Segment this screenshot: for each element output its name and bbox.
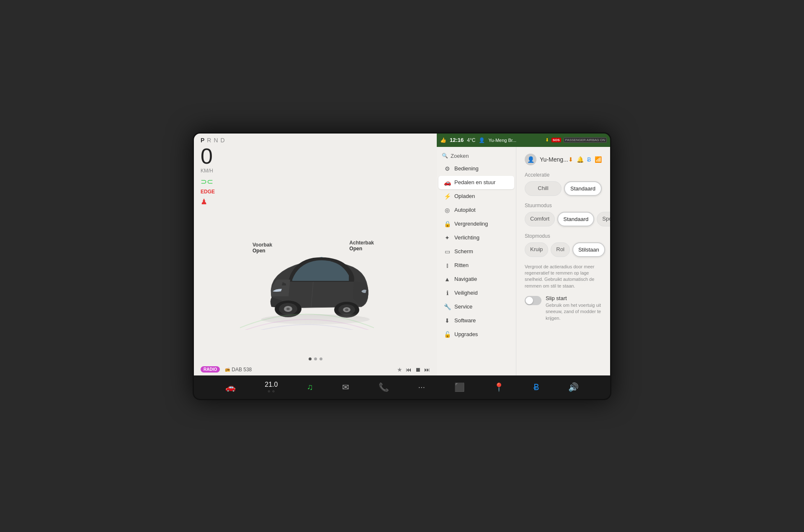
taskbar-spotify[interactable]: ♫: [307, 382, 313, 392]
temp-display: 21.0: [265, 381, 278, 388]
prev-button[interactable]: ⏮: [406, 366, 412, 373]
left-panel: P R N D 0 KM/H ⊃⊂ EDGE ♟ Voorbak Open: [194, 134, 437, 375]
car-area: Voorbak Open Achterbak Open 🔓 ⚡: [194, 210, 437, 354]
phone-icon: 📞: [379, 382, 389, 392]
ritten-label: Ritten: [454, 262, 469, 268]
veiligheid-icon: ℹ: [443, 290, 451, 296]
stuurmodus-standaard[interactable]: Standaard: [557, 212, 594, 226]
sidebar-item-upgrades[interactable]: 🔓 Upgrades: [438, 328, 514, 341]
taskbar-messages[interactable]: ✉: [342, 382, 349, 392]
sidebar-item-pedalen[interactable]: 🚗 Pedalen en stuur: [438, 176, 514, 189]
acceleratie-standaard[interactable]: Standaard: [564, 181, 602, 196]
stopmodus-description: Vergroot de actieradius door meer regene…: [525, 264, 602, 290]
taskbar-car[interactable]: 🚗: [225, 382, 236, 392]
prnd-bar: P R N D: [194, 134, 437, 145]
car-icon: 🚗: [225, 382, 236, 392]
taskbar: 🚗 21.0 ○ ○ ♫ ✉ 📞 ··· ⬛ 📍 Ƀ 🔊: [194, 375, 610, 399]
top-bar-right: ⬇ SOS PASSENGER AIRBAG ON: [545, 137, 607, 143]
acceleratie-chill[interactable]: Chill: [525, 181, 562, 196]
sidebar-item-software[interactable]: ⬇ Software: [438, 314, 514, 327]
search-icon: 🔍: [442, 153, 448, 159]
clock-display: 12:16: [450, 137, 464, 143]
sidebar-item-veiligheid[interactable]: ℹ Veiligheid: [438, 286, 514, 300]
seat-icon: ♟: [201, 197, 430, 206]
stuurmodus-options: Comfort Standaard Sport: [525, 212, 602, 226]
speed-unit: KM/H: [201, 168, 430, 174]
slip-start-toggle[interactable]: [525, 296, 541, 305]
download-alert-icon: ⬇: [568, 156, 573, 163]
slip-start-title: Slip start: [546, 295, 602, 301]
taskbar-more[interactable]: ···: [418, 382, 425, 392]
radio-station: 📻 DAB 538: [225, 367, 252, 373]
taskbar-games[interactable]: 📍: [494, 382, 504, 392]
speed-display: 0: [201, 145, 430, 167]
search-row[interactable]: 🔍 Zoeken: [437, 150, 516, 162]
signal-icon: 📶: [595, 156, 602, 163]
upgrades-label: Upgrades: [454, 331, 478, 337]
page-dots: [194, 354, 437, 364]
pedalen-icon: 🚗: [443, 179, 451, 186]
taskbar-bluetooth[interactable]: Ƀ: [533, 382, 539, 392]
more-icon: ···: [418, 382, 425, 392]
opladen-icon: ⚡: [443, 193, 451, 200]
sidebar-item-verlichting[interactable]: ✦ Verlichting: [438, 231, 514, 244]
sidebar-item-vergrendeling[interactable]: 🔒 Vergrendeling: [438, 217, 514, 231]
media-controls: ★ ⏮ ⏹ ⏭: [397, 366, 430, 373]
stopmodus-rol[interactable]: Rol: [551, 242, 570, 257]
spotify-icon: ♫: [307, 382, 313, 392]
top-bar-left: 👍 12:16 4°C 👤 Yu-Meng Br...: [440, 137, 516, 143]
favorite-button[interactable]: ★: [397, 366, 402, 373]
scherm-label: Scherm: [454, 248, 473, 254]
location-display: Yu-Meng Br...: [488, 138, 516, 143]
verlichting-icon: ✦: [443, 234, 451, 241]
bediening-label: Bediening: [454, 165, 479, 172]
bell-icon: 🔔: [577, 156, 584, 163]
navigatie-icon: ▲: [443, 276, 451, 283]
verlichting-label: Verlichting: [454, 234, 479, 241]
top-bar: 👍 12:16 4°C 👤 Yu-Meng Br... ⬇ SOS PASSEN…: [437, 134, 610, 147]
gear-P: P: [201, 137, 205, 144]
search-label: Zoeken: [451, 153, 469, 159]
software-icon: ⬇: [443, 317, 451, 324]
bediening-icon: ⚙: [443, 165, 451, 172]
stopmodus-options: Kruip Rol Stilstaan: [525, 242, 602, 257]
taskbar-bluetooth-icon: Ƀ: [533, 382, 539, 392]
sidebar-item-ritten[interactable]: ⫿ Ritten: [438, 259, 514, 272]
pedalen-label: Pedalen en stuur: [454, 179, 495, 185]
speed-area: 0 KM/H: [194, 145, 437, 174]
sidebar-item-scherm[interactable]: ▭ Scherm: [438, 245, 514, 258]
sidebar-item-service[interactable]: 🔧 Service: [438, 300, 514, 314]
volume-icon: 🔊: [568, 382, 579, 392]
taskbar-phone[interactable]: 📞: [379, 382, 389, 392]
software-label: Software: [454, 317, 476, 324]
stopmodus-kruip[interactable]: Kruip: [525, 242, 548, 257]
sidebar-item-opladen[interactable]: ⚡ Opladen: [438, 190, 514, 203]
settings-panel: 👤 Yu-Meng... ⬇ 🔔 Ƀ 📶 Acceleratie Chill S…: [516, 147, 610, 375]
radio-badge[interactable]: RADIO: [201, 366, 220, 373]
page-dot-3: [320, 357, 322, 360]
bottom-media-bar: RADIO 📻 DAB 538 ★ ⏮ ⏹ ⏭: [194, 364, 437, 375]
taskbar-volume[interactable]: 🔊: [568, 382, 579, 392]
upgrades-icon: 🔓: [443, 331, 451, 338]
stopmodus-stilstaan[interactable]: Stilstaan: [572, 242, 605, 257]
taskbar-temperature[interactable]: 21.0 ○ ○: [265, 381, 278, 393]
slip-start-row: Slip start Gebruik om het voertuig uit s…: [525, 295, 602, 321]
media-icon: ⬛: [454, 382, 465, 392]
opladen-label: Opladen: [454, 193, 475, 199]
autopilot-label: Autopilot: [454, 207, 476, 213]
next-button[interactable]: ⏭: [424, 366, 430, 373]
vergrendeling-label: Vergrendeling: [454, 221, 488, 227]
profile-icons: ⬇ 🔔 Ƀ 📶: [568, 156, 602, 163]
taskbar-media[interactable]: ⬛: [454, 382, 465, 392]
temp-sub: ○ ○: [268, 389, 275, 393]
slip-start-label-area: Slip start Gebruik om het voertuig uit s…: [546, 295, 602, 321]
sidebar-item-navigatie[interactable]: ▲ Navigatie: [438, 272, 514, 286]
stuurmodus-comfort[interactable]: Comfort: [525, 212, 555, 226]
gear-R: R: [207, 137, 212, 144]
stuurmodus-sport[interactable]: Sport: [597, 212, 610, 226]
profile-left: 👤 Yu-Meng...: [525, 154, 568, 165]
stop-button[interactable]: ⏹: [415, 366, 421, 373]
sidebar-item-bediening[interactable]: ⚙ Bediening: [438, 162, 514, 175]
sidebar-item-autopilot[interactable]: ◎ Autopilot: [438, 203, 514, 217]
edge-icon: EDGE: [201, 189, 430, 195]
